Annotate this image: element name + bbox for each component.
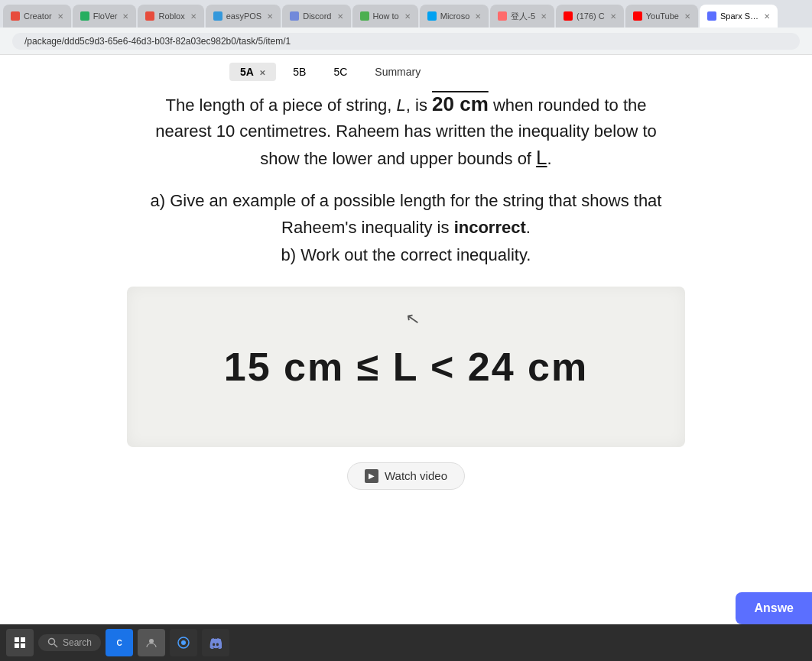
svg-rect-2: [15, 643, 19, 648]
main-content: 5A ✕ 5B 5C Summary The length of a piece…: [0, 55, 812, 505]
svg-rect-1: [21, 637, 25, 642]
tab-creator-label: Creator: [24, 11, 52, 21]
taskbar-app3[interactable]: [170, 629, 197, 656]
page-content: 5,269 5A ✕ 5B 5C Summary The length of a…: [0, 55, 812, 620]
tab-youtube[interactable]: YouTube ✕: [625, 5, 698, 28]
easypos-favicon: [213, 11, 222, 21]
tab-5c[interactable]: 5C: [323, 63, 358, 81]
tab-creator-close[interactable]: ✕: [57, 12, 63, 21]
tab-5a-label: 5A: [240, 66, 253, 78]
tab-summary-label: Summary: [375, 66, 421, 78]
tab-microso-label: Microso: [440, 11, 470, 21]
url-input[interactable]: [12, 33, 800, 50]
svg-rect-0: [15, 637, 19, 642]
svg-point-6: [149, 639, 154, 643]
watch-video-label: Watch video: [385, 469, 447, 482]
tab-youtube-label: YouTube: [646, 11, 679, 21]
tab-sparx[interactable]: Sparx S… ✕: [700, 5, 778, 28]
taskbar-app4[interactable]: [202, 629, 229, 656]
answer-label: Answe: [754, 601, 794, 614]
question-line2: nearest 10 centimetres. Raheem has writt…: [15, 119, 797, 144]
cursor-arrow: ↖: [404, 308, 421, 330]
tab-discord-close[interactable]: ✕: [337, 12, 343, 21]
microso-favicon: [427, 11, 437, 21]
svg-line-5: [54, 644, 57, 647]
chinese-favicon: [498, 11, 507, 21]
tab-flover[interactable]: FloVer ✕: [73, 5, 137, 28]
svg-point-8: [181, 640, 186, 645]
tab-sparx-close[interactable]: ✕: [764, 12, 770, 21]
watch-video-button[interactable]: ▶ Watch video: [347, 462, 465, 490]
inequality-expression: 15 cm ≤ L < 24 cm: [224, 344, 588, 390]
creator-favicon: [11, 11, 20, 21]
tab-easypos-label: easyPOS: [226, 11, 261, 21]
tab-yt176[interactable]: (176) C ✕: [556, 5, 624, 28]
tab-roblox-label: Roblox: [158, 11, 184, 21]
play-icon: ▶: [365, 469, 378, 483]
svg-rect-3: [21, 643, 25, 648]
yt176-favicon: [564, 11, 573, 21]
tab-discord[interactable]: Discord ✕: [282, 5, 350, 28]
question-line3: show the lower and upper bounds of L.: [15, 144, 797, 173]
tab-5b-label: 5B: [293, 66, 306, 78]
tab-yt176-label: (176) C: [577, 11, 605, 21]
sub-question-block: a) Give an example of a possible length …: [15, 187, 797, 268]
youtube-favicon: [633, 11, 642, 21]
tab-youtube-close[interactable]: ✕: [684, 12, 690, 21]
inequality-box: ↖ 15 cm ≤ L < 24 cm: [127, 287, 685, 447]
question-tabs: 5A ✕ 5B 5C Summary: [15, 63, 797, 81]
part-a-line1: a) Give an example of a possible length …: [15, 187, 797, 214]
tab-easypos[interactable]: easyPOS ✕: [206, 5, 281, 28]
tab-summary[interactable]: Summary: [364, 63, 431, 81]
tab-chinese-label: 登人-5: [511, 11, 535, 22]
tab-howto-close[interactable]: ✕: [404, 12, 411, 21]
tab-howto-label: How to: [373, 11, 399, 21]
tab-5c-label: 5C: [333, 66, 347, 78]
tab-5b[interactable]: 5B: [282, 63, 317, 81]
tab-5a-close[interactable]: ✕: [259, 69, 265, 77]
taskbar-windows-icon[interactable]: [6, 629, 34, 656]
flover-favicon: [80, 11, 89, 21]
question-text-block: The length of a piece of string, L, is 2…: [15, 90, 797, 172]
tab-chinese-close[interactable]: ✕: [541, 12, 547, 21]
question-line1: The length of a piece of string, L, is 2…: [15, 90, 797, 119]
taskbar-app1[interactable]: C: [106, 629, 133, 656]
tab-easypos-close[interactable]: ✕: [267, 12, 273, 21]
tab-roblox[interactable]: Roblox ✕: [138, 5, 203, 28]
tab-howto[interactable]: How to ✕: [352, 5, 418, 28]
discord-favicon: [290, 11, 299, 21]
part-a-line2: Raheem's inequality is incorrect.: [15, 214, 797, 241]
tab-5a[interactable]: 5A ✕: [229, 63, 276, 81]
howto-favicon: [360, 11, 369, 21]
taskbar-search-label: Search: [63, 637, 92, 648]
answer-button[interactable]: Answe: [736, 592, 812, 620]
tab-sparx-label: Sparx S…: [720, 11, 758, 21]
tab-flover-close[interactable]: ✕: [122, 12, 128, 21]
taskbar-search[interactable]: Search: [38, 634, 101, 651]
sparx-favicon: [707, 11, 716, 21]
address-bar: [0, 28, 812, 55]
roblox-favicon: [145, 11, 154, 21]
tab-microso[interactable]: Microso ✕: [420, 5, 489, 28]
tab-microso-close[interactable]: ✕: [475, 12, 481, 21]
taskbar: Search C: [0, 624, 812, 661]
tab-roblox-close[interactable]: ✕: [190, 12, 197, 21]
svg-point-4: [49, 639, 55, 645]
tab-yt176-close[interactable]: ✕: [610, 12, 616, 21]
tab-discord-label: Discord: [303, 11, 331, 21]
part-b: b) Work out the correct inequality.: [15, 241, 797, 268]
browser-tab-bar: Creator ✕ FloVer ✕ Roblox ✕ easyPOS ✕ Di…: [0, 0, 812, 28]
taskbar-app2[interactable]: [138, 629, 165, 656]
tab-chinese[interactable]: 登人-5 ✕: [490, 5, 554, 28]
tab-creator[interactable]: Creator ✕: [3, 5, 71, 28]
tab-flover-label: FloVer: [93, 11, 118, 21]
